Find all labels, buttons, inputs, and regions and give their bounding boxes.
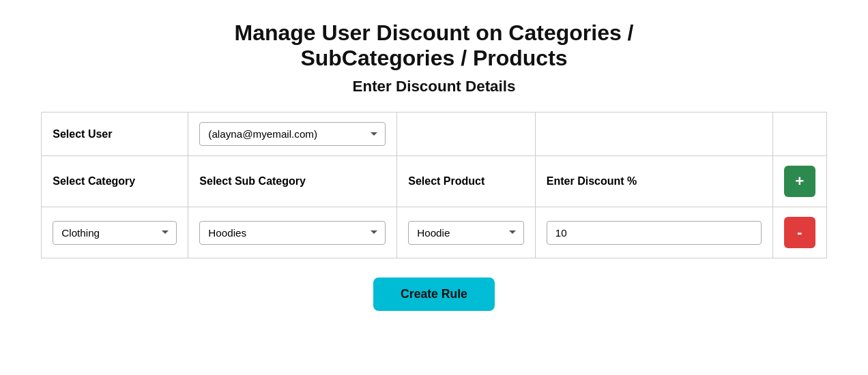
sub-category-cell: Hoodies T-Shirts Jackets — [188, 207, 397, 258]
create-rule-button[interactable]: Create Rule — [373, 278, 495, 311]
user-dropdown-cell: (alayna@myemail.com) user1@example.com u… — [188, 112, 397, 156]
product-cell: Hoodie T-Shirt Jacket — [397, 207, 536, 258]
discount-cell — [535, 207, 772, 258]
sub-category-select[interactable]: Hoodies T-Shirts Jackets — [199, 221, 386, 245]
discount-input[interactable] — [547, 221, 762, 245]
page-subtitle: Enter Discount Details — [353, 78, 516, 95]
page-title: Manage User Discount on Categories / Sub… — [195, 20, 673, 71]
user-select[interactable]: (alayna@myemail.com) user1@example.com u… — [199, 122, 386, 146]
remove-row-cell: - — [772, 207, 826, 258]
select-user-label: Select User — [42, 112, 188, 156]
category-select[interactable]: Clothing Electronics Sports — [53, 221, 177, 245]
add-row-button[interactable]: + — [784, 166, 815, 197]
user-row: Select User (alayna@myemail.com) user1@e… — [42, 112, 826, 156]
category-header: Select Category — [42, 156, 188, 207]
add-row-cell: + — [772, 156, 826, 207]
product-select[interactable]: Hoodie T-Shirt Jacket — [408, 221, 524, 245]
remove-row-button[interactable]: - — [784, 217, 815, 248]
discount-header: Enter Discount % — [535, 156, 772, 207]
discount-table: Select User (alayna@myemail.com) user1@e… — [41, 112, 826, 258]
product-header: Select Product — [397, 156, 536, 207]
column-header-row: Select Category Select Sub Category Sele… — [42, 156, 826, 207]
category-cell: Clothing Electronics Sports — [42, 207, 188, 258]
sub-category-header: Select Sub Category — [188, 156, 397, 207]
data-row: Clothing Electronics Sports Hoodies T-Sh… — [42, 207, 826, 258]
